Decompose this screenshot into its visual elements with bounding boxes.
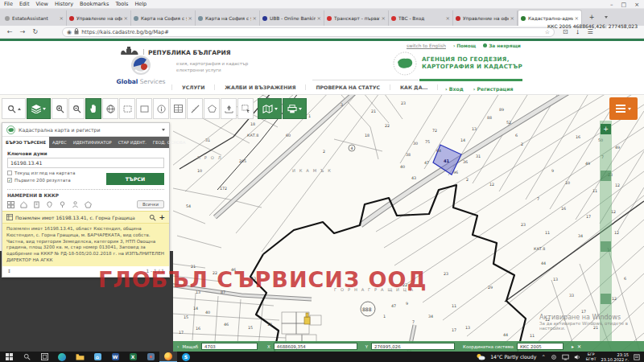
tab-close-icon[interactable]: × (446, 15, 450, 22)
y-value[interactable]: 276995,026 (371, 343, 455, 350)
start-button[interactable] (0, 352, 18, 362)
current-view-checkbox[interactable]: Текущ изглед на картата (7, 171, 106, 175)
shield-icon[interactable]: ◉ (67, 29, 72, 35)
volume-icon[interactable] (574, 354, 581, 360)
browser-tab[interactable]: Управление на офертите -× (67, 10, 131, 26)
filter-building-icon[interactable] (33, 201, 40, 208)
browser-tab[interactable]: EstateAssistant× (2, 10, 67, 26)
minimize-button[interactable]: – (610, 2, 613, 8)
tab-close-icon[interactable]: × (575, 15, 579, 22)
collapse-bar-icon[interactable]: › (177, 343, 179, 349)
filter-house-icon[interactable] (20, 201, 27, 208)
print-button[interactable] (283, 98, 307, 119)
address-field[interactable]: ◉ https://kais.cadastre.bg/bg/Map# ☆ (62, 27, 555, 37)
bar-settings-icon[interactable]: ▸ (572, 343, 574, 349)
info-tool-button[interactable] (153, 98, 169, 119)
taskbar-search-button[interactable] (18, 352, 35, 362)
nav-item[interactable]: ПРОВЕРКА НА СТАТУС (306, 84, 390, 90)
download-icon[interactable]: ⭣ (576, 28, 580, 36)
edge-button[interactable] (53, 352, 71, 362)
clock[interactable]: 23:15 23.10.2022 г. (601, 352, 629, 362)
menu-item[interactable]: History (55, 1, 73, 7)
switch-english-link[interactable]: switch to English (407, 43, 446, 48)
menu-item[interactable]: Bookmarks (80, 1, 109, 7)
tray-expand-icon[interactable]: ⌃ (541, 354, 545, 360)
app-menu-icon[interactable]: ☰ (588, 28, 593, 35)
notifications-icon[interactable] (634, 354, 640, 360)
select-tool-button[interactable] (237, 98, 254, 119)
strip-item[interactable] (601, 294, 611, 304)
overview-map-button[interactable] (258, 98, 282, 119)
browser-tab[interactable]: Управление на офертите -× (453, 10, 518, 26)
bar-close-icon[interactable]: ✕ (577, 343, 581, 349)
photos-button[interactable] (142, 352, 159, 362)
browser-tab[interactable]: ТВС - Вход× (389, 10, 453, 26)
x-value[interactable]: 4688609,354 (274, 343, 357, 350)
help-link[interactable]: › Помощ (453, 43, 476, 48)
full-extent-button[interactable] (102, 98, 118, 119)
tab-close-icon[interactable]: × (382, 15, 386, 22)
tab-close-icon[interactable]: × (317, 15, 321, 22)
browser-tab[interactable]: Транскарт - първата бъл...× (324, 10, 389, 26)
skype-button[interactable]: S (177, 352, 195, 362)
settings-icon[interactable] (551, 354, 557, 360)
pan-tool-button[interactable] (85, 98, 101, 119)
scale-value[interactable]: 4703 (201, 343, 258, 350)
forward-icon[interactable]: → (20, 28, 26, 35)
all-filter-button[interactable]: Всички (137, 200, 164, 208)
first-200-checkbox[interactable]: ✓ Първите 200 резултата (7, 178, 106, 183)
browser-tab[interactable]: UBB - Online Banking× (260, 10, 324, 26)
crs-value[interactable]: ККС 2005 (517, 343, 564, 350)
previous-extent-button[interactable] (119, 98, 135, 119)
maximize-button[interactable]: □ (621, 2, 627, 8)
panel-tab[interactable]: СТАР ИДЕНТ. (115, 137, 150, 148)
pocket-icon[interactable]: ⊡ (563, 28, 568, 35)
register-link[interactable]: › Регистрация (473, 86, 514, 92)
menu-item[interactable]: View (35, 1, 47, 7)
accessibility-link[interactable]: За незрящи (483, 43, 521, 48)
word-button[interactable]: W (106, 352, 124, 362)
panel-tab[interactable]: ИДЕНТИФИКАТОР (70, 137, 115, 148)
filter-tree-icon[interactable] (59, 201, 66, 208)
firefox-button[interactable] (159, 352, 177, 362)
panel-tab[interactable]: АДРЕС (49, 137, 70, 148)
keywords-input[interactable] (7, 158, 164, 168)
layers-button[interactable] (27, 98, 51, 119)
task-view-button[interactable] (35, 352, 53, 362)
menu-item[interactable]: File (4, 1, 13, 7)
filter-grid-icon[interactable] (7, 201, 14, 208)
tab-close-icon[interactable]: × (510, 15, 514, 22)
add-layer-icon[interactable]: + (601, 124, 611, 134)
map-menu-button[interactable] (609, 97, 638, 120)
next-extent-button[interactable] (136, 98, 152, 119)
strip-item[interactable] (601, 171, 611, 181)
file-explorer-button[interactable] (71, 352, 89, 362)
nav-item[interactable]: ЖАЛБИ И ВЪЗРАЖЕНИЯ (215, 84, 306, 90)
panel-tab[interactable]: БЪРЗО ТЪРСЕНЕ (2, 137, 49, 148)
nav-item[interactable]: УСЛУГИ (171, 84, 215, 90)
zoom-in-button[interactable] (52, 98, 68, 119)
pagination-scroll-icon[interactable]: ↕ (7, 269, 11, 274)
strip-item[interactable] (601, 241, 611, 252)
menu-item[interactable]: Help (134, 1, 147, 7)
layer-select[interactable]: Кадастрална карта и регистри (2, 123, 169, 137)
search-tool-button[interactable] (2, 98, 26, 119)
zoom-out-button[interactable] (68, 98, 85, 119)
network-icon[interactable] (562, 354, 569, 360)
tab-close-icon[interactable]: × (253, 15, 257, 22)
upload-button[interactable] (221, 98, 237, 119)
measure-length-button[interactable] (187, 98, 203, 119)
menu-item[interactable]: Tools (115, 1, 128, 7)
back-icon[interactable]: ← (7, 28, 13, 35)
browser-tab[interactable]: Карта на София с улиц...× (196, 10, 260, 26)
result-item-header[interactable]: Поземлен имот 16198.13.41, с. Горна Гращ… (2, 211, 169, 223)
filter-polygon-icon[interactable] (85, 201, 92, 208)
login-link[interactable]: › Вход (445, 86, 464, 92)
store-button[interactable]: ⌂ (89, 352, 106, 362)
filter-pin-icon[interactable] (46, 201, 53, 208)
search-button[interactable]: ТЪРСИ (106, 173, 164, 185)
tab-close-icon[interactable]: × (124, 15, 128, 22)
measure-area-button[interactable] (204, 98, 220, 119)
attribute-table-button[interactable] (170, 98, 186, 119)
language-indicator[interactable]: БГР БГФТ (586, 352, 597, 361)
